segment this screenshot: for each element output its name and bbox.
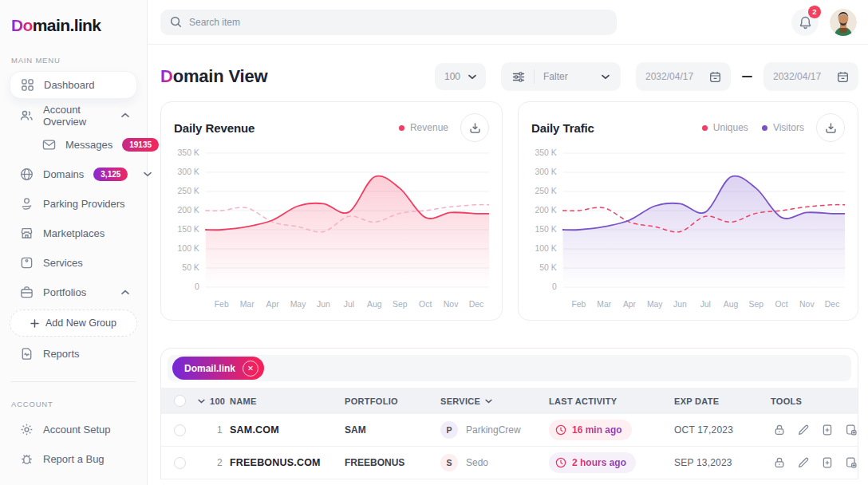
report-document-icon xyxy=(19,347,34,361)
users-icon xyxy=(19,108,34,123)
svg-text:100 K: 100 K xyxy=(535,244,557,253)
chevron-down-icon xyxy=(198,399,205,404)
content: Domain View 100 Falter 2032/04/17 xyxy=(148,45,868,479)
file-export-icon[interactable] xyxy=(842,421,858,439)
legend-entry-uniques: Uniques xyxy=(702,122,748,133)
daily-revenue-chart: 350 K300 K250 K200 K150 K100 K50 K0FebMa… xyxy=(174,147,489,311)
chevron-down-icon xyxy=(602,74,610,80)
legend-dot xyxy=(399,125,404,131)
header-last-activity: LAST ACTIVITY xyxy=(549,396,674,406)
lock-icon[interactable] xyxy=(771,454,788,471)
row-number: 2 xyxy=(198,457,230,468)
tools-cell xyxy=(771,421,858,439)
sidebar-item-messages[interactable]: Messages 19135 xyxy=(10,130,137,160)
tools-cell xyxy=(771,454,858,471)
svg-text:0: 0 xyxy=(552,282,557,291)
select-all-checkbox[interactable] xyxy=(174,395,186,407)
date-from-picker[interactable]: 2032/04/17 xyxy=(636,62,731,91)
sidebar-item-dashboard[interactable]: Dashboard xyxy=(10,71,137,99)
svg-text:Aug: Aug xyxy=(367,300,382,309)
svg-text:Sep: Sep xyxy=(749,300,764,309)
table-row: 2 FREEBONUS.COM FREEBONUS S Sedo 2 hours… xyxy=(161,447,858,479)
svg-text:Oct: Oct xyxy=(775,300,787,309)
domain-name[interactable]: SAM.COM xyxy=(230,424,345,436)
svg-text:Jun: Jun xyxy=(673,300,687,309)
topbar-actions: 2 xyxy=(791,9,857,36)
chevron-down-icon xyxy=(485,399,492,404)
search-input[interactable] xyxy=(189,17,607,28)
row-checkbox[interactable] xyxy=(174,424,186,436)
svg-text:Dec: Dec xyxy=(469,300,484,309)
filter-tag-bar: Domail.link ✕ xyxy=(168,355,851,381)
svg-text:May: May xyxy=(647,300,663,309)
notification-count-badge: 2 xyxy=(808,6,821,18)
gear-icon xyxy=(19,423,34,437)
file-export-icon[interactable] xyxy=(842,454,858,471)
add-new-group-button[interactable]: Add New Group xyxy=(10,310,137,337)
svg-text:Sep: Sep xyxy=(393,300,408,309)
header-count[interactable]: 100 xyxy=(198,396,230,406)
sidebar-item-report-bug[interactable]: Report a Bug xyxy=(10,444,137,474)
search-bar[interactable] xyxy=(160,10,617,35)
svg-text:Mar: Mar xyxy=(597,300,611,309)
notifications-button[interactable]: 2 xyxy=(791,9,819,36)
row-number: 1 xyxy=(198,424,230,436)
chevron-up-icon[interactable] xyxy=(121,290,129,295)
header-service[interactable]: SERVICE xyxy=(440,396,549,406)
user-avatar[interactable] xyxy=(830,9,857,36)
remove-tag-icon[interactable]: ✕ xyxy=(243,361,258,377)
legend-entry-revenue: Revenue xyxy=(399,122,448,133)
chart-legend: Uniques Visitors xyxy=(702,122,804,133)
row-checkbox[interactable] xyxy=(174,457,186,469)
svg-text:50 K: 50 K xyxy=(539,263,556,272)
filter-dropdown[interactable]: Falter xyxy=(501,62,621,91)
sidebar-item-services[interactable]: Services xyxy=(10,248,137,278)
logo-rest: main.link xyxy=(33,16,101,34)
legend-label: Uniques xyxy=(713,122,748,133)
app-root: Domain.link MAIN MENU Dashboard Account … xyxy=(0,0,868,485)
download-chart-button[interactable] xyxy=(460,113,489,142)
chevron-up-icon[interactable] xyxy=(121,112,129,118)
file-add-icon[interactable] xyxy=(819,421,836,439)
domain-name[interactable]: FREEBONUS.COM xyxy=(230,457,345,468)
svg-text:Mar: Mar xyxy=(240,300,254,309)
filter-tag-domail-link[interactable]: Domail.link ✕ xyxy=(172,357,264,380)
domains-count-badge: 3,125 xyxy=(93,168,128,181)
sidebar-item-label: Account Overview xyxy=(43,104,112,128)
filter-tag-label: Domail.link xyxy=(184,363,235,374)
sidebar-item-domains[interactable]: Domains 3,125 xyxy=(10,160,137,189)
dashboard-grid-icon xyxy=(20,78,34,93)
portfolio-name: SAM xyxy=(345,424,440,436)
sidebar-item-marketplaces[interactable]: Marketplaces xyxy=(10,219,137,248)
sidebar-item-label: Portfolios xyxy=(43,286,86,298)
svg-text:Jun: Jun xyxy=(317,300,330,309)
svg-text:300 K: 300 K xyxy=(178,168,199,176)
svg-text:Oct: Oct xyxy=(419,300,432,309)
svg-text:350 K: 350 K xyxy=(535,148,557,157)
parking-hand-icon xyxy=(19,197,34,211)
logo-accent: Do xyxy=(11,16,33,34)
sidebar-item-parking-providers[interactable]: Parking Providers xyxy=(10,189,137,219)
service-cell: P ParkingCrew xyxy=(440,421,549,439)
page-size-dropdown[interactable]: 100 xyxy=(435,63,486,90)
edit-pencil-icon[interactable] xyxy=(795,454,812,471)
sidebar-item-portfolios[interactable]: Portfolios xyxy=(10,278,137,307)
date-to-picker[interactable]: 2032/04/17 xyxy=(763,62,858,91)
svg-text:200 K: 200 K xyxy=(535,206,557,215)
download-chart-button[interactable] xyxy=(816,113,845,142)
file-add-icon[interactable] xyxy=(819,454,836,471)
legend-label: Revenue xyxy=(410,122,448,133)
svg-text:Feb: Feb xyxy=(215,300,229,309)
last-activity-pill: 16 min ago xyxy=(549,420,632,440)
edit-pencil-icon[interactable] xyxy=(795,421,812,439)
lock-icon[interactable] xyxy=(771,421,788,439)
portfolio-name: FREEBONUS xyxy=(345,457,440,468)
sidebar-item-account-setup[interactable]: Account Setup xyxy=(10,415,137,444)
header-tools: TOOLS xyxy=(771,396,845,406)
sidebar-item-account-overview[interactable]: Account Overview xyxy=(10,101,137,130)
legend-dot xyxy=(702,125,708,131)
sidebar-item-label: Marketplaces xyxy=(43,227,105,239)
sidebar-item-reports[interactable]: Reports xyxy=(10,339,137,369)
header-exp-date: EXP DATE xyxy=(674,396,771,406)
last-activity-cell: 16 min ago xyxy=(549,420,674,440)
